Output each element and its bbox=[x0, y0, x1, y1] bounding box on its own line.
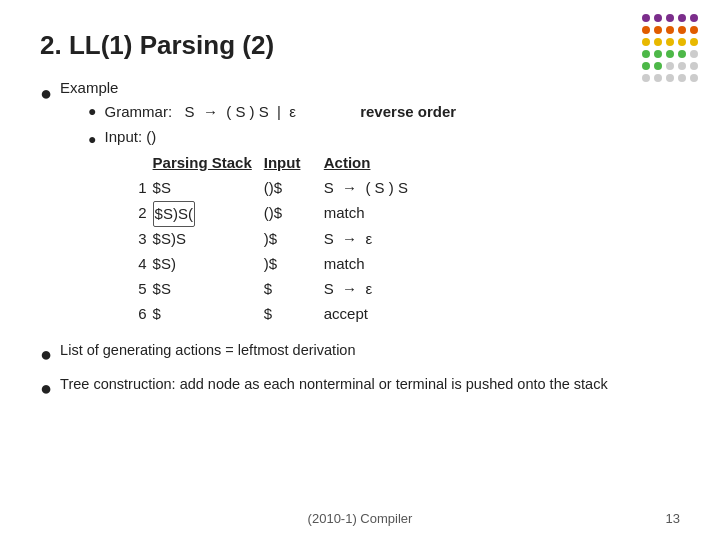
row-stack: $ bbox=[153, 302, 264, 327]
row-stack: $S) bbox=[153, 252, 264, 277]
row-action: S → ( S ) S bbox=[324, 176, 524, 201]
footer: (2010-1) Compiler bbox=[0, 511, 720, 526]
reverse-order-label: reverse order bbox=[360, 100, 456, 124]
table-header-0 bbox=[133, 151, 153, 176]
example-label: Example bbox=[60, 79, 118, 96]
highlight-stack: $S)S( bbox=[153, 201, 195, 228]
bullet-dot-grammar: ● bbox=[88, 100, 96, 122]
table-row: 5$S$S → ε bbox=[133, 277, 524, 302]
input-label: Input: () bbox=[105, 128, 524, 145]
row-action: match bbox=[324, 252, 524, 277]
row-num: 2 bbox=[133, 201, 153, 228]
row-input: )$ bbox=[264, 227, 324, 252]
input-line: ● Input: () Parsing StackInputAction1$S(… bbox=[88, 128, 524, 326]
input-content: Input: () Parsing StackInputAction1$S()$… bbox=[105, 128, 524, 326]
row-num: 1 bbox=[133, 176, 153, 201]
row-stack: $S)S( bbox=[153, 201, 264, 228]
row-stack: $S bbox=[153, 176, 264, 201]
bullet-tree: ● Tree construction: add node as each no… bbox=[40, 374, 680, 402]
slide-title: 2. LL(1) Parsing (2) bbox=[40, 30, 680, 61]
grammar-formula: S → ( S ) S | ε bbox=[185, 103, 301, 120]
slide: 2. LL(1) Parsing (2) ● Example ● Grammar… bbox=[0, 0, 720, 540]
table-header-3: Action bbox=[324, 151, 524, 176]
bullet-dot-1: ● bbox=[40, 79, 52, 107]
grammar-label: Grammar: bbox=[105, 103, 173, 120]
parse-table: Parsing StackInputAction1$S()$S → ( S ) … bbox=[133, 151, 524, 326]
row-stack: $S bbox=[153, 277, 264, 302]
row-input: $ bbox=[264, 277, 324, 302]
parse-table-section: Parsing StackInputAction1$S()$S → ( S ) … bbox=[133, 151, 524, 326]
bullet-leftmost: ● List of generating actions = leftmost … bbox=[40, 340, 680, 368]
row-input: ()$ bbox=[264, 201, 324, 228]
table-row: 1$S()$S → ( S ) S bbox=[133, 176, 524, 201]
bullet-dot-input: ● bbox=[88, 128, 96, 150]
table-row: 3$S)S)$S → ε bbox=[133, 227, 524, 252]
decorative-dots bbox=[642, 14, 702, 94]
row-num: 3 bbox=[133, 227, 153, 252]
row-input: )$ bbox=[264, 252, 324, 277]
row-action: accept bbox=[324, 302, 524, 327]
row-action: S → ε bbox=[324, 277, 524, 302]
grammar-content: Grammar: S → ( S ) S | ε reverse order bbox=[105, 100, 457, 124]
leftmost-label: List of generating actions = leftmost de… bbox=[60, 340, 355, 362]
grammar-line: ● Grammar: S → ( S ) S | ε reverse order bbox=[88, 100, 524, 124]
table-header-1: Parsing Stack bbox=[153, 151, 264, 176]
footer-text: (2010-1) Compiler bbox=[308, 511, 413, 526]
row-input: ()$ bbox=[264, 176, 324, 201]
table-row: 2$S)S(()$match bbox=[133, 201, 524, 228]
table-row: 6$$accept bbox=[133, 302, 524, 327]
tree-label: Tree construction: add node as each nont… bbox=[60, 374, 608, 396]
table-header-2: Input bbox=[264, 151, 324, 176]
page-number: 13 bbox=[666, 511, 680, 526]
row-action: match bbox=[324, 201, 524, 228]
bullet-dot-2: ● bbox=[40, 340, 52, 368]
table-row: 4$S))$match bbox=[133, 252, 524, 277]
row-stack: $S)S bbox=[153, 227, 264, 252]
bullet-dot-3: ● bbox=[40, 374, 52, 402]
row-num: 5 bbox=[133, 277, 153, 302]
bullet-example: ● Example ● Grammar: S → ( S ) S | ε rev… bbox=[40, 79, 680, 330]
row-num: 6 bbox=[133, 302, 153, 327]
row-input: $ bbox=[264, 302, 324, 327]
row-num: 4 bbox=[133, 252, 153, 277]
row-action: S → ε bbox=[324, 227, 524, 252]
